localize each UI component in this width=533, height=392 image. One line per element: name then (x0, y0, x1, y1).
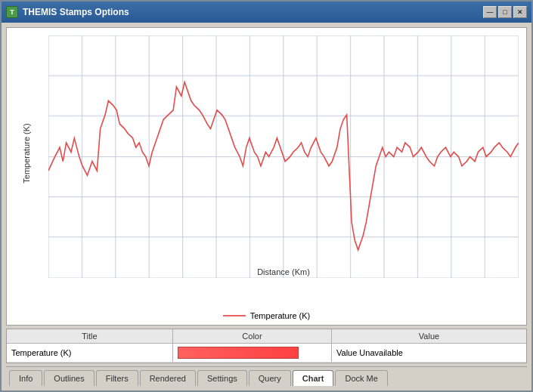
legend-line (223, 315, 246, 316)
tab-chart[interactable]: Chart (293, 370, 334, 386)
tab-filters[interactable]: Filters (96, 370, 138, 386)
table-header: Title Color Value (7, 329, 526, 344)
x-axis-label: Distance (Km) (48, 267, 519, 276)
window-content: Temperature (K) (2, 23, 531, 390)
maximize-button[interactable]: □ (498, 6, 512, 18)
close-button[interactable]: ✕ (513, 6, 527, 18)
y-axis-label: Temperature (K) (22, 123, 31, 183)
tab-settings[interactable]: Settings (197, 370, 247, 386)
tab-info[interactable]: Info (9, 370, 42, 386)
data-table: Title Color Value Temperature (K) Value … (6, 329, 527, 363)
chart-legend: Temperature (K) (7, 308, 526, 325)
col-value: Value (332, 329, 526, 343)
chart-area: Temperature (K) (6, 27, 527, 326)
app-icon: T (6, 6, 18, 18)
row-value: Value Unavailable (332, 344, 526, 362)
col-color: Color (173, 329, 332, 343)
tab-rendered[interactable]: Rendered (140, 370, 196, 386)
chart-svg: 202.5 200.0 197.5 195.0 192.5 190.0 0.0 … (48, 35, 519, 278)
chart-inner: Temperature (K) (7, 28, 526, 308)
main-window: T THEMIS Stamps Options — □ ✕ Temperatur… (0, 0, 533, 392)
color-bar (178, 347, 299, 359)
row-color (173, 344, 332, 362)
col-title: Title (7, 329, 173, 343)
tab-dock-me[interactable]: Dock Me (335, 370, 387, 386)
minimize-button[interactable]: — (483, 6, 497, 18)
row-title: Temperature (K) (7, 344, 173, 362)
table-row: Temperature (K) Value Unavailable (7, 344, 526, 363)
title-bar: T THEMIS Stamps Options — □ ✕ (2, 2, 531, 23)
tab-query[interactable]: Query (249, 370, 291, 386)
tabs-bar: Info Outlines Filters Rendered Settings … (6, 366, 527, 386)
window-title: THEMIS Stamps Options (23, 7, 129, 17)
legend-label: Temperature (K) (250, 311, 310, 320)
y-axis-label-container: Temperature (K) (7, 28, 46, 278)
tab-outlines[interactable]: Outlines (44, 370, 94, 386)
